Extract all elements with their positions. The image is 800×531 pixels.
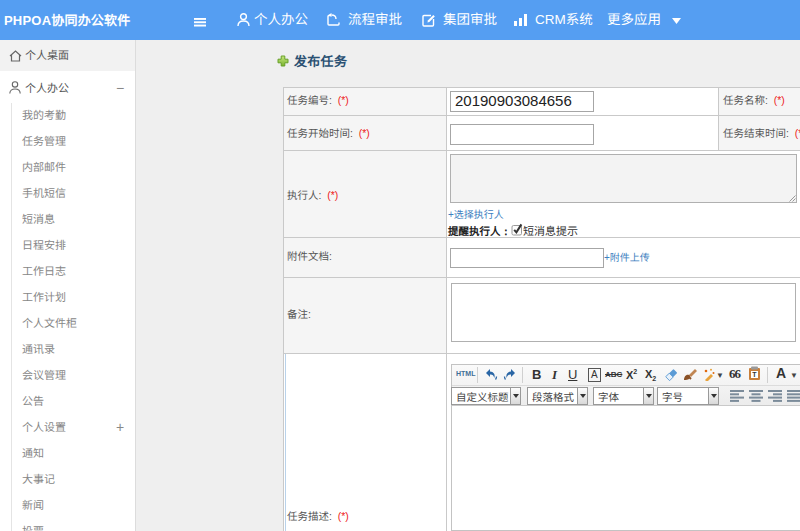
svg-text:T: T xyxy=(752,371,757,378)
